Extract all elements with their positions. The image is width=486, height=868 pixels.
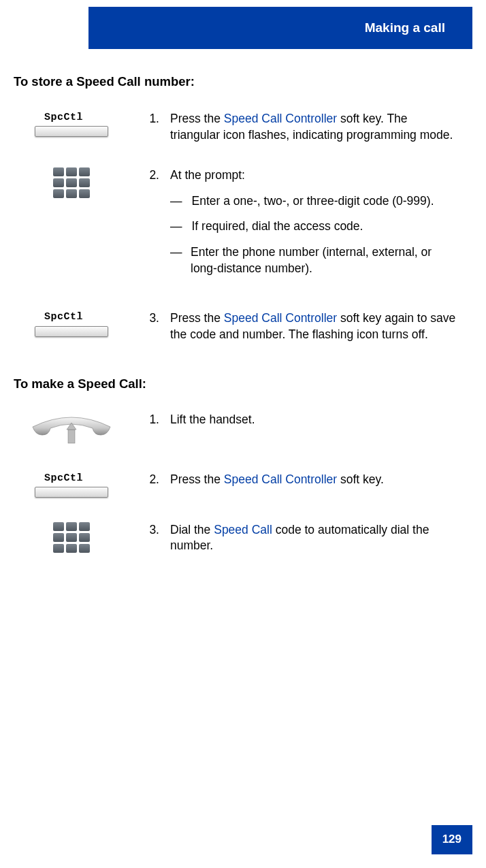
step-text: Lift the handset. [170,412,459,447]
step-pre: Press the [170,311,224,325]
store-step-2: 2. At the prompt: — Enter a one-, two-, … [14,167,459,286]
step-text: Press the Speed Call Controller soft key… [170,310,459,342]
softkey-label: SpcCtl [35,111,83,125]
softkey-button-icon [35,326,108,337]
keypad-illustration [14,167,129,286]
step-pre: Dial the [170,523,214,536]
sub-text: If required, dial the access code. [192,219,363,235]
dash-icon: — [170,244,181,276]
step-number: 3. [146,522,159,554]
step-text: Press the Speed Call Controller soft key… [170,472,459,498]
term-speed-call-controller: Speed Call Controller [224,311,337,325]
keypad-icon [53,522,90,553]
step-number: 1. [146,412,159,447]
dash-icon: — [170,193,182,210]
sub-item: — If required, dial the access code. [170,219,459,235]
handset-illustration [14,412,129,447]
page-content: To store a Speed Call number: SpcCtl 1. … [14,74,459,579]
step-number: 2. [146,167,159,286]
svg-rect-0 [68,430,75,443]
softkey-illustration: SpcCtl [14,310,129,342]
softkey-label: SpcCtl [35,310,83,324]
store-step-1: SpcCtl 1. Press the Speed Call Controlle… [14,111,459,143]
step-number: 2. [146,472,159,498]
term-speed-call-controller: Speed Call Controller [224,112,337,125]
make-step-1: 1. Lift the handset. [14,412,459,447]
softkey-button-icon [35,487,108,498]
sub-item: — Enter the phone number (internal, exte… [170,244,459,276]
header-tab: Making a call [88,7,472,49]
softkey-illustration: SpcCtl [14,472,129,498]
section-heading-store: To store a Speed Call number: [14,74,459,91]
page-number: 129 [432,825,472,854]
step-text: Dial the Speed Call code to automaticall… [170,522,459,554]
step-number: 3. [146,310,159,342]
store-step-3: SpcCtl 3. Press the Speed Call Controlle… [14,310,459,342]
sub-text: Enter a one-, two-, or three-digit code … [192,193,434,210]
sub-list: — Enter a one-, two-, or three-digit cod… [170,193,459,277]
make-step-2: SpcCtl 2. Press the Speed Call Controlle… [14,472,459,498]
step-text: At the prompt: — Enter a one-, two-, or … [170,167,459,286]
term-speed-call: Speed Call [214,523,272,536]
step-pre: Press the [170,472,224,486]
step-lead: At the prompt: [170,167,459,184]
softkey-illustration: SpcCtl [14,111,129,143]
step-text: Press the Speed Call Controller soft key… [170,111,459,143]
keypad-icon [53,167,90,198]
dash-icon: — [170,219,182,235]
sub-text: Enter the phone number (internal, extern… [191,244,459,276]
softkey-button-icon [35,126,108,137]
step-number: 1. [146,111,159,143]
handset-icon [27,412,116,447]
header-title: Making a call [365,19,445,37]
make-step-3: 3. Dial the Speed Call code to automatic… [14,522,459,554]
keypad-illustration [14,522,129,554]
sub-item: — Enter a one-, two-, or three-digit cod… [170,193,459,210]
step-pre: Press the [170,112,224,125]
step-post: soft key. [337,472,384,486]
section-heading-make: To make a Speed Call: [14,376,459,393]
softkey-label: SpcCtl [35,472,83,485]
term-speed-call-controller: Speed Call Controller [224,472,337,486]
